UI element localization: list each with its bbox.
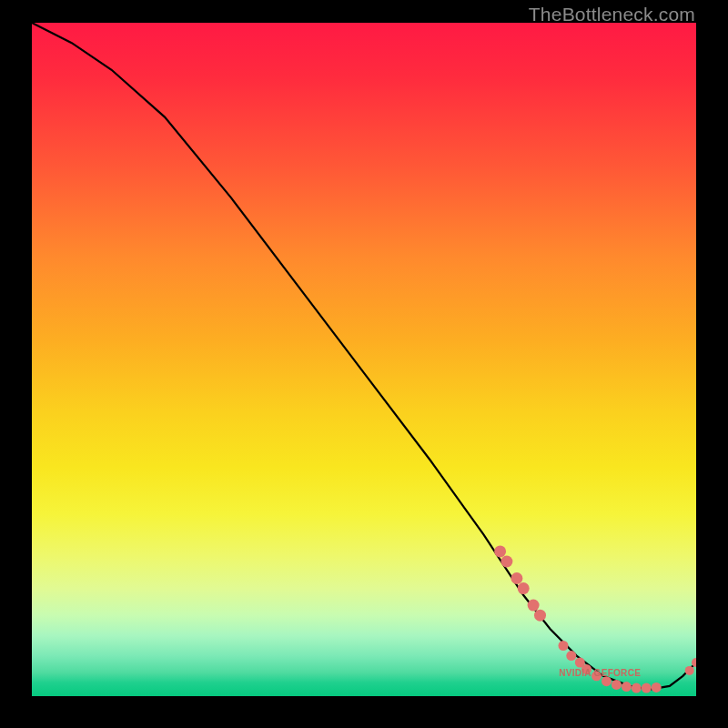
chart-svg: NVIDIA GEFORCE: [32, 23, 696, 696]
bottleneck-curve: [32, 23, 696, 690]
data-point: [534, 610, 546, 622]
data-point: [528, 600, 540, 612]
data-point: [632, 683, 642, 693]
data-point: [622, 682, 632, 692]
data-point: [652, 682, 662, 693]
data-point: [612, 680, 622, 690]
data-point: [685, 666, 694, 675]
highlight-cluster-upper: [494, 545, 546, 621]
data-point: [642, 683, 652, 693]
highlight-cluster-right: [685, 658, 696, 675]
data-point: [559, 641, 569, 651]
plot-area: NVIDIA GEFORCE: [32, 23, 696, 696]
data-point: [494, 545, 506, 557]
data-point: [518, 582, 530, 594]
chart-frame: TheBottleneck.com NVIDIA GEFORCE: [0, 0, 728, 728]
data-point: [602, 676, 612, 686]
gpu-annotation: NVIDIA GEFORCE: [559, 668, 641, 678]
highlight-cluster-lower: [559, 641, 662, 693]
data-point: [500, 556, 512, 568]
data-point: [566, 651, 576, 661]
data-point: [511, 572, 522, 584]
